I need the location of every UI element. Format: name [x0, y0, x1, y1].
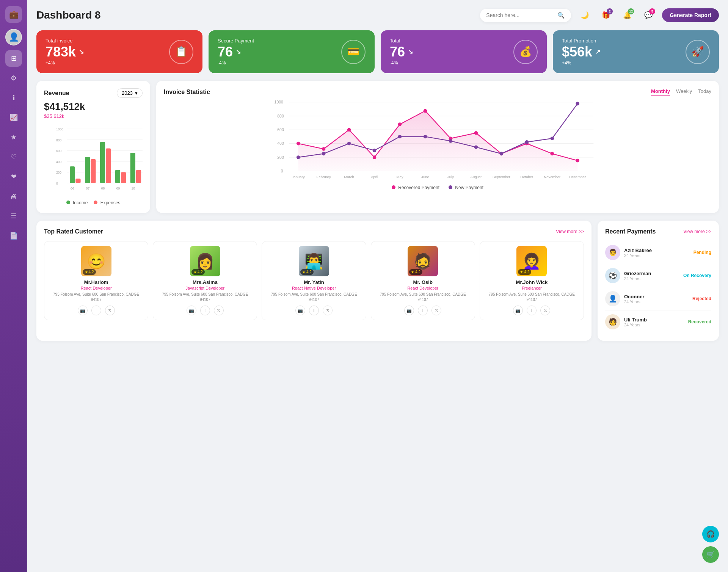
svg-text:0: 0	[56, 182, 58, 185]
payments-view-more[interactable]: View more >>	[683, 229, 711, 234]
dashboard-icon: ⊞	[11, 54, 17, 63]
svg-rect-21	[136, 170, 141, 183]
payments-title: Recent Payments	[605, 228, 656, 235]
tab-today[interactable]: Today	[698, 88, 711, 96]
dark-mode-toggle[interactable]: 🌙	[577, 8, 592, 23]
sidebar-item-likes[interactable]: ♡	[5, 149, 22, 165]
bell-icon-wrap[interactable]: 🔔 12	[620, 8, 635, 23]
facebook-icon[interactable]: f	[309, 306, 319, 315]
twitter-icon[interactable]: 𝕏	[214, 306, 224, 315]
tab-monthly[interactable]: Monthly	[651, 88, 670, 96]
facebook-icon[interactable]: f	[527, 306, 537, 315]
svg-text:200: 200	[277, 155, 284, 160]
customer-role: React Developer	[49, 286, 143, 290]
payment-trend: -4%	[218, 60, 341, 66]
promo-label: Total Promotion	[562, 38, 686, 44]
cart-float-button[interactable]: 🛒	[702, 546, 719, 563]
svg-text:March: March	[344, 175, 354, 179]
svg-rect-15	[91, 159, 96, 183]
floating-buttons: 🎧 🛒	[702, 526, 719, 563]
instagram-icon[interactable]: 📷	[187, 306, 196, 315]
twitter-icon[interactable]: 𝕏	[105, 306, 115, 315]
twitter-icon[interactable]: 𝕏	[540, 306, 550, 315]
customer-name: Mr. Osib	[376, 279, 470, 285]
headset-icon: 🎧	[706, 530, 715, 538]
svg-text:June: June	[421, 175, 429, 179]
invoice-tabs: Monthly Weekly Today	[651, 88, 711, 96]
payment-name: Aziz Bakree	[624, 248, 690, 253]
menu-icon: ☰	[11, 212, 17, 220]
instagram-icon[interactable]: 📷	[295, 306, 305, 315]
sidebar-item-favorites[interactable]: ★	[5, 129, 22, 146]
instagram-icon[interactable]: 📷	[513, 306, 523, 315]
twitter-icon[interactable]: 𝕏	[323, 306, 333, 315]
customer-avatar: 👩‍🦱 ★4.2	[516, 246, 547, 276]
invoice-arrow: ↘	[79, 49, 84, 55]
sidebar-logo[interactable]: 💼	[5, 6, 22, 23]
page-title: Dashboard 8	[36, 9, 474, 21]
instagram-icon[interactable]: 📷	[78, 306, 88, 315]
customer-name: Mr.Hariom	[49, 279, 143, 285]
search-icon[interactable]: 🔍	[557, 12, 565, 19]
payment-avatar: 👨	[605, 245, 620, 260]
year-selector[interactable]: 2023 ▾	[117, 88, 143, 98]
payment-name: Oconner	[624, 294, 689, 299]
new-dot	[500, 152, 504, 156]
svg-text:09: 09	[116, 186, 120, 190]
sidebar-item-documents[interactable]: 📄	[5, 227, 22, 244]
recovered-dot	[322, 147, 326, 151]
stat-card-invoice: Total invoice 783k ↘ +4% 📋	[36, 30, 202, 73]
facebook-icon[interactable]: f	[418, 306, 428, 315]
chat-icon-wrap[interactable]: 💬 5	[641, 8, 656, 23]
search-input[interactable]	[486, 12, 554, 18]
payment-status: On Recovery	[683, 273, 711, 278]
recovered-dot	[424, 109, 427, 113]
invoice-chart-card: Invoice Statistic Monthly Weekly Today 1…	[156, 81, 719, 213]
twitter-icon[interactable]: 𝕏	[431, 306, 441, 315]
svg-text:September: September	[493, 175, 511, 179]
payment-avatar: 👤	[605, 291, 620, 306]
sidebar-item-hearts[interactable]: ❤	[5, 168, 22, 185]
print-icon: 🖨	[10, 193, 17, 201]
revenue-chart-card: Revenue 2023 ▾ $41,512k $25,612k	[36, 81, 150, 213]
gift-icon-wrap[interactable]: 🎁 2	[598, 8, 613, 23]
hearts-icon: ❤	[11, 172, 17, 181]
customers-view-more[interactable]: View more >>	[556, 229, 584, 234]
svg-text:May: May	[396, 175, 403, 179]
sidebar-item-settings[interactable]: ⚙	[5, 70, 22, 86]
payment-icon-wrap: 💳	[341, 40, 366, 64]
analytics-icon: 📈	[9, 113, 18, 122]
sidebar-item-analytics[interactable]: 📈	[5, 109, 22, 126]
instagram-icon[interactable]: 📷	[404, 306, 414, 315]
recovered-dot	[398, 122, 402, 126]
search-bar[interactable]: 🔍	[480, 9, 571, 22]
cart-icon: 🛒	[706, 550, 715, 559]
customers-grid: 😊 ★4.2 Mr.Hariom React Developer 795 Fol…	[44, 241, 584, 320]
payment-arrow: ↘	[236, 49, 241, 55]
sidebar-item-menu[interactable]: ☰	[5, 208, 22, 224]
invoice-icon: 📋	[175, 46, 187, 58]
rating-badge: ★4.2	[518, 269, 531, 275]
sidebar-item-info[interactable]: ℹ	[5, 89, 22, 106]
customer-name: Mr.John Wick	[485, 279, 579, 285]
customers-title: Top Rated Customer	[44, 228, 103, 235]
sidebar-item-print[interactable]: 🖨	[5, 188, 22, 205]
payment-icon: 💳	[347, 46, 359, 58]
user-avatar[interactable]: 👤	[5, 29, 22, 45]
promo-arrow: ↗	[595, 49, 600, 55]
heart-icon: ♡	[11, 153, 17, 161]
invoice-legend: Recovered Payment New Payment	[164, 185, 711, 190]
facebook-icon[interactable]: f	[91, 306, 101, 315]
rating-badge: ★4.2	[409, 269, 422, 275]
tab-weekly[interactable]: Weekly	[676, 88, 692, 96]
customer-address: 795 Folsom Ave, Suite 600 San Francisco,…	[376, 292, 470, 302]
sidebar-item-dashboard[interactable]: ⊞	[5, 50, 22, 67]
customer-address: 795 Folsom Ave, Suite 600 San Francisco,…	[49, 292, 143, 302]
generate-report-button[interactable]: Generate Report	[662, 8, 719, 22]
facebook-icon[interactable]: f	[200, 306, 210, 315]
svg-text:November: November	[544, 175, 561, 179]
social-icons: 📷 f 𝕏	[376, 306, 470, 315]
customer-item: 🧔 ★4.2 Mr. Osib React Developer 795 Fols…	[371, 241, 475, 320]
support-float-button[interactable]: 🎧	[702, 526, 719, 542]
header: Dashboard 8 🔍 🌙 🎁 2 🔔 12 💬 5 Generate Re…	[36, 8, 719, 23]
